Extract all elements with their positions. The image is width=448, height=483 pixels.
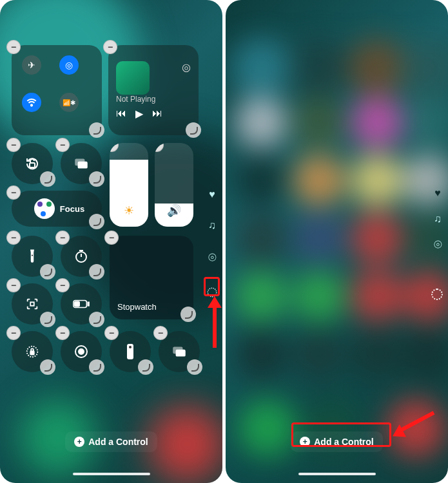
remove-icon[interactable]: − (6, 138, 21, 152)
add-control-button[interactable]: + Add a Control (291, 431, 383, 452)
remove-icon[interactable]: − (6, 326, 21, 340)
accessibility-lock[interactable]: − (12, 331, 53, 372)
music-page-icon[interactable]: ♫ (206, 219, 219, 232)
add-page-indicator[interactable] (431, 289, 443, 300)
airdrop-icon[interactable]: ◎ (59, 55, 79, 75)
prev-icon[interactable]: ⏮ (116, 108, 126, 120)
media-art (116, 61, 150, 95)
resize-handle[interactable] (40, 359, 55, 375)
remove-icon[interactable]: − (6, 278, 21, 292)
svg-rect-1 (30, 163, 35, 167)
heart-page-icon[interactable]: ♥ (431, 187, 444, 200)
remove-icon[interactable]: − (104, 326, 119, 340)
heart-page-icon[interactable]: ♥ (206, 188, 219, 201)
svg-rect-17 (176, 350, 186, 357)
volume-slider[interactable]: − 🔊 (155, 143, 193, 227)
next-icon[interactable]: ⏭ (152, 108, 162, 120)
screenshot-left: − ✈ ◎ 📶✱ − ◎ Not Playing ⏮ ▶ ⏭ (0, 0, 222, 483)
resize-handle[interactable] (89, 214, 104, 229)
wifi-icon[interactable] (22, 93, 41, 112)
resize-handle[interactable] (187, 359, 202, 375)
code-scanner[interactable]: − (12, 283, 53, 325)
resize-handle[interactable] (40, 264, 55, 279)
remove-icon[interactable]: − (6, 231, 21, 245)
remove-icon[interactable]: − (153, 326, 168, 340)
remove-icon[interactable]: − (55, 231, 70, 245)
media-tile[interactable]: − ◎ Not Playing ⏮ ▶ ⏭ (108, 45, 199, 135)
resize-handle[interactable] (180, 307, 196, 322)
remove-icon[interactable]: − (110, 143, 119, 152)
antenna-page-icon[interactable]: ⦾ (206, 251, 219, 264)
remove-icon[interactable]: − (103, 40, 117, 54)
resize-handle[interactable] (138, 359, 153, 375)
antenna-page-icon[interactable]: ⦾ (431, 238, 444, 251)
brightness-slider[interactable]: − ☀ (110, 143, 148, 227)
add-page-icon[interactable] (206, 286, 219, 299)
apple-tv-remote[interactable]: − (110, 331, 151, 372)
resize-handle[interactable] (89, 122, 104, 138)
speaker-icon: 🔊 (167, 204, 181, 218)
media-title: Not Playing (116, 95, 155, 104)
play-icon[interactable]: ▶ (135, 108, 143, 120)
airplay-icon[interactable]: ◎ (182, 61, 191, 73)
media-controls: ⏮ ▶ ⏭ (116, 108, 162, 120)
resize-handle[interactable] (89, 171, 104, 187)
svg-rect-11 (30, 351, 34, 355)
svg-point-13 (79, 349, 84, 354)
svg-rect-9 (75, 301, 79, 306)
svg-rect-3 (78, 162, 88, 169)
bg (226, 0, 448, 483)
focus-button[interactable]: − Focus (12, 191, 102, 227)
sun-icon: ☀ (124, 204, 134, 218)
remove-icon[interactable]: − (155, 143, 164, 152)
remove-icon[interactable]: − (55, 138, 70, 152)
home-indicator[interactable] (73, 473, 150, 475)
music-page-icon[interactable]: ♫ (431, 213, 444, 225)
airplane-icon[interactable]: ✈ (22, 55, 41, 75)
focus-label: Focus (60, 204, 84, 214)
screen-mirroring-2[interactable]: − (159, 331, 200, 372)
resize-handle[interactable] (40, 171, 55, 187)
remove-icon[interactable]: − (104, 231, 119, 245)
add-control-button[interactable]: + Add a Control (65, 431, 157, 452)
timer[interactable]: − (61, 236, 102, 277)
svg-rect-6 (30, 302, 34, 306)
resize-handle[interactable] (186, 122, 201, 138)
screen-record[interactable]: − (61, 331, 102, 372)
plus-icon: + (300, 437, 310, 447)
resize-handle[interactable] (89, 264, 104, 279)
screenshot-right: ♥ ♫ ⦾ + Add a Control (226, 0, 448, 483)
add-control-label: Add a Control (88, 437, 148, 447)
plus-icon: + (74, 437, 84, 447)
remove-icon[interactable]: − (6, 185, 21, 200)
cellular-bluetooth-icon[interactable]: 📶✱ (59, 93, 79, 112)
screen-mirroring[interactable]: − (61, 143, 102, 184)
home-indicator[interactable] (298, 473, 376, 475)
control-center-edit: − ✈ ◎ 📶✱ − ◎ Not Playing ⏮ ▶ ⏭ (0, 0, 222, 483)
stopwatch-tile[interactable]: − Stopwatch (110, 236, 193, 319)
remove-icon[interactable]: − (6, 40, 21, 54)
remove-icon[interactable]: − (55, 278, 70, 292)
stopwatch-label: Stopwatch (117, 302, 157, 312)
svg-point-4 (32, 254, 33, 256)
resize-handle[interactable] (89, 312, 104, 327)
svg-point-0 (31, 104, 32, 106)
flashlight[interactable]: − (12, 236, 53, 277)
svg-point-18 (208, 288, 217, 297)
svg-point-15 (129, 346, 131, 348)
orientation-lock[interactable]: − (12, 143, 53, 184)
remove-icon[interactable]: − (55, 326, 70, 340)
low-power[interactable]: − (61, 283, 102, 325)
add-control-label: Add a Control (314, 437, 374, 447)
focus-icon (34, 198, 55, 219)
svg-rect-8 (88, 302, 89, 306)
resize-handle[interactable] (40, 312, 55, 327)
connectivity-tile[interactable]: − ✈ ◎ 📶✱ (12, 45, 102, 135)
resize-handle[interactable] (89, 359, 104, 375)
